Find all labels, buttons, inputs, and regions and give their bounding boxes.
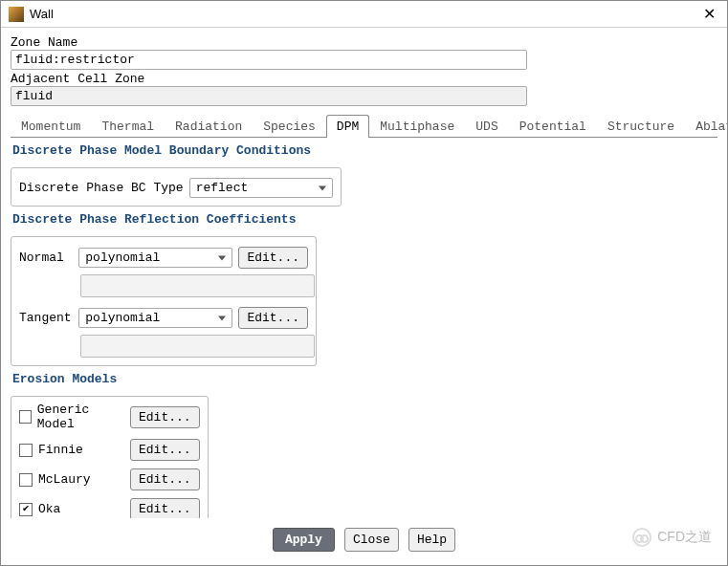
footer: Apply Close Help CFD之道 (1, 518, 727, 565)
apply-button[interactable]: Apply (273, 528, 335, 552)
mclaury-checkbox[interactable] (19, 473, 33, 487)
finnie-label: Finnie (38, 443, 83, 457)
normal-select[interactable]: polynomial (78, 248, 232, 268)
bc-type-select[interactable]: reflect (189, 178, 333, 198)
tab-multiphase[interactable]: Multiphase (369, 115, 465, 138)
erosion-group: Generic Model Edit... Finnie Edit... McL… (11, 396, 209, 518)
mclaury-edit-button[interactable]: Edit... (130, 468, 200, 490)
tab-dpm[interactable]: DPM (326, 115, 369, 138)
generic-model-label: Generic Model (37, 403, 124, 431)
generic-edit-button[interactable]: Edit... (130, 406, 200, 428)
oka-checkbox[interactable] (19, 503, 33, 516)
erosion-item-oka: Oka (19, 502, 124, 516)
oka-label: Oka (38, 502, 60, 516)
erosion-title: Erosion Models (12, 372, 717, 386)
window-title: Wall (30, 7, 699, 21)
close-button[interactable]: Close (344, 528, 399, 552)
watermark-text: CFD之道 (657, 529, 712, 546)
help-button[interactable]: Help (408, 528, 455, 552)
tab-momentum[interactable]: Momentum (11, 115, 91, 138)
tab-radiation[interactable]: Radiation (165, 115, 253, 138)
watermark-icon (632, 528, 651, 547)
tab-bar: Momentum Thermal Radiation Species DPM M… (11, 114, 717, 138)
normal-value: polynomial (85, 250, 160, 265)
tangent-extra-field (80, 335, 315, 358)
tab-uds[interactable]: UDS (465, 115, 508, 138)
chevron-down-icon (319, 185, 326, 190)
reflection-title: Discrete Phase Reflection Coefficients (12, 212, 717, 227)
dpm-bc-group: Discrete Phase BC Type reflect (11, 167, 342, 207)
oka-edit-button[interactable]: Edit... (130, 498, 200, 518)
erosion-item-mclaury: McLaury (19, 472, 124, 487)
tangent-select[interactable]: polynomial (78, 308, 232, 328)
zone-name-input[interactable] (11, 50, 527, 70)
content-area: Zone Name Adjacent Cell Zone Momentum Th… (1, 28, 727, 518)
normal-label: Normal (19, 250, 73, 265)
finnie-checkbox[interactable] (19, 444, 33, 457)
wall-dialog: Wall ✕ Zone Name Adjacent Cell Zone Mome… (0, 0, 728, 566)
titlebar: Wall ✕ (1, 1, 727, 28)
tangent-value: polynomial (85, 311, 160, 325)
tab-ablation[interactable]: Ablation (685, 115, 727, 138)
tangent-label: Tangent (19, 311, 73, 325)
normal-extra-field (80, 274, 315, 297)
generic-model-checkbox[interactable] (19, 410, 32, 424)
erosion-item-finnie: Finnie (19, 443, 124, 457)
bc-type-value: reflect (196, 181, 249, 195)
app-icon (9, 7, 24, 22)
chevron-down-icon (218, 255, 226, 260)
watermark: CFD之道 (632, 528, 712, 547)
adjacent-zone-label: Adjacent Cell Zone (11, 72, 717, 86)
tangent-edit-button[interactable]: Edit... (238, 307, 308, 329)
mclaury-label: McLaury (38, 472, 91, 487)
erosion-item-generic: Generic Model (19, 403, 124, 431)
finnie-edit-button[interactable]: Edit... (130, 439, 200, 461)
chevron-down-icon (218, 316, 226, 320)
zone-name-label: Zone Name (11, 35, 717, 50)
tab-potential[interactable]: Potential (509, 115, 597, 138)
reflection-group: Normal polynomial Edit... Tangent polyno… (11, 236, 317, 366)
normal-edit-button[interactable]: Edit... (238, 247, 308, 269)
dpm-bc-title: Discrete Phase Model Boundary Conditions (12, 143, 717, 158)
tab-structure[interactable]: Structure (597, 115, 685, 138)
close-icon[interactable]: ✕ (699, 5, 719, 23)
tab-species[interactable]: Species (253, 115, 326, 138)
tab-thermal[interactable]: Thermal (91, 115, 165, 138)
bc-type-label: Discrete Phase BC Type (19, 181, 184, 195)
adjacent-zone-input (11, 86, 527, 106)
